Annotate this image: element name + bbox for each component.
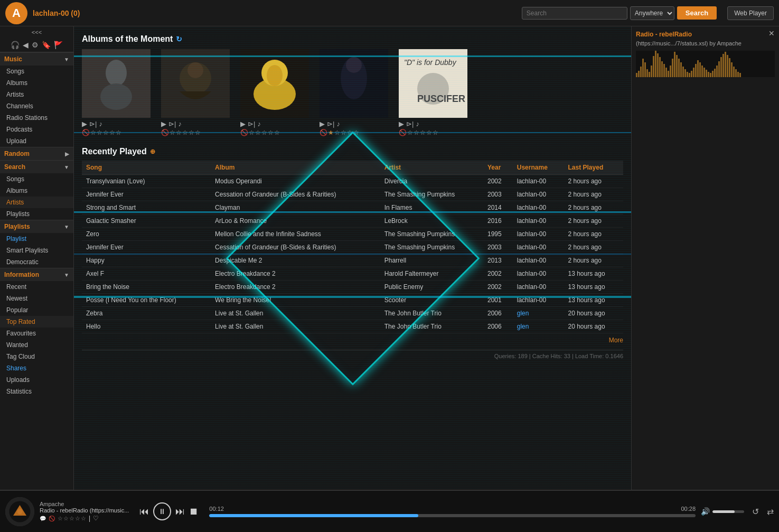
- waveform-bar: [703, 68, 705, 77]
- repeat-icon[interactable]: ↺: [752, 507, 759, 517]
- play-icon-5[interactable]: ▶: [399, 120, 404, 128]
- sidebar-item-uploads[interactable]: Uploads: [0, 374, 73, 386]
- sidebar-item-podcasts[interactable]: Podcasts: [0, 124, 73, 135]
- table-row[interactable]: Transylvanian (Love) Modus Operandi Dive…: [82, 175, 623, 188]
- note-icon-4[interactable]: ♪: [336, 120, 340, 128]
- back-icon[interactable]: ◀: [23, 41, 29, 49]
- play-icon-4[interactable]: ▶: [320, 120, 325, 128]
- album-cover-1[interactable]: [82, 49, 151, 118]
- table-row[interactable]: Zero Mellon Collie and the Infinite Sadn…: [82, 228, 623, 241]
- ban-icon-4[interactable]: 🚫: [320, 129, 327, 136]
- ban-icon-1[interactable]: 🚫: [82, 129, 90, 136]
- ban-icon-5[interactable]: 🚫: [399, 129, 407, 136]
- sidebar-section-random[interactable]: Random ▶: [0, 147, 73, 160]
- sidebar-item-popular[interactable]: Popular: [0, 304, 73, 316]
- queue-icon-1[interactable]: ⊳|: [89, 120, 97, 128]
- table-row[interactable]: Zebra Live at St. Gallen The John Butler…: [82, 307, 623, 320]
- cell-username: lachlan-00: [513, 175, 564, 188]
- ban-player-icon[interactable]: 🚫: [49, 516, 55, 521]
- sidebar-item-favourites[interactable]: Favourites: [0, 328, 73, 339]
- waveform-bar: [684, 69, 686, 77]
- queue-icon-5[interactable]: ⊳|: [406, 120, 414, 128]
- sidebar-item-search-songs[interactable]: Songs: [0, 173, 73, 185]
- sidebar-item-wanted[interactable]: Wanted: [0, 339, 73, 351]
- sidebar-item-newest[interactable]: Newest: [0, 293, 73, 304]
- webplayer-button[interactable]: Web Player: [727, 6, 774, 20]
- cell-song: Transylvanian (Love): [82, 175, 211, 188]
- note-icon-2[interactable]: ♪: [178, 120, 182, 128]
- search-input[interactable]: [522, 7, 627, 20]
- table-row[interactable]: Bring the Noise Electro Breakdance 2 Pub…: [82, 281, 623, 294]
- table-row[interactable]: Strong and Smart Clayman In Flames 2014 …: [82, 201, 623, 214]
- queue-icon-4[interactable]: ⊳|: [327, 120, 334, 128]
- sidebar-item-statistics[interactable]: Statistics: [0, 386, 73, 397]
- table-row[interactable]: Jennifer Ever Cessation of Grandeur (B-S…: [82, 188, 623, 201]
- table-row[interactable]: Jennifer Ever Cessation of Grandeur (B-S…: [82, 241, 623, 254]
- prev-btn[interactable]: ⏮: [139, 506, 149, 517]
- comment-icon[interactable]: 💬: [40, 516, 46, 521]
- play-icon-1[interactable]: ▶: [82, 120, 87, 128]
- queue-icon-3[interactable]: ⊳|: [248, 120, 255, 128]
- sidebar-item-shares[interactable]: Shares: [0, 362, 73, 374]
- sidebar-item-upload[interactable]: Upload: [0, 135, 73, 147]
- sidebar-section-information[interactable]: Information ▼: [0, 268, 73, 281]
- note-icon-3[interactable]: ♪: [257, 120, 261, 128]
- svg-point-6: [187, 62, 203, 78]
- sidebar-item-search-artists[interactable]: Artists: [0, 197, 73, 208]
- stop-btn[interactable]: ⏹: [189, 506, 199, 517]
- album-cover-5[interactable]: "D" is for Dubby PUSCIFER: [399, 49, 467, 118]
- sidebar-collapse-btn[interactable]: <<<: [0, 26, 73, 38]
- gear-icon[interactable]: ⚙: [32, 41, 39, 49]
- album-cover-3[interactable]: [240, 49, 309, 118]
- ban-icon-2[interactable]: 🚫: [161, 129, 169, 136]
- sidebar-item-playlist[interactable]: Playlist: [0, 233, 73, 245]
- album-cover-4[interactable]: [320, 49, 388, 118]
- search-scope-select[interactable]: Anywhere Song Album Artist: [630, 6, 674, 20]
- rss-icon[interactable]: ⊕: [150, 148, 155, 155]
- sidebar-item-tag-cloud[interactable]: Tag Cloud: [0, 351, 73, 362]
- sidebar-item-channels[interactable]: Channels: [0, 100, 73, 112]
- sidebar-item-democratic[interactable]: Democratic: [0, 256, 73, 268]
- main-layout: <<< 🎧 ◀ ⚙ 🔖 🚩 Music ▼ Songs Albums Artis…: [0, 26, 779, 490]
- play-icon-3[interactable]: ▶: [240, 120, 246, 128]
- waveform-bar: [737, 72, 739, 77]
- sidebar-item-albums[interactable]: Albums: [0, 77, 73, 89]
- sidebar-item-smart-playlists[interactable]: Smart Playlists: [0, 245, 73, 256]
- queue-icon-2[interactable]: ⊳|: [168, 120, 176, 128]
- sidebar-section-music[interactable]: Music ▼: [0, 52, 73, 66]
- sidebar-item-songs[interactable]: Songs: [0, 66, 73, 77]
- search-button[interactable]: Search: [677, 6, 717, 20]
- flag-icon[interactable]: 🚩: [54, 41, 63, 49]
- shuffle-icon[interactable]: ⇄: [767, 507, 774, 517]
- note-icon-5[interactable]: ♪: [416, 120, 419, 128]
- sidebar-item-search-playlists[interactable]: Playlists: [0, 208, 73, 220]
- table-row[interactable]: Happy Despicable Me 2 Pharrell 2013 lach…: [82, 254, 623, 267]
- next-btn[interactable]: ⏭: [175, 506, 185, 517]
- table-row[interactable]: Posse (I Need You on the Floor) We Bring…: [82, 294, 623, 307]
- sidebar-item-artists[interactable]: Artists: [0, 89, 73, 100]
- volume-bar[interactable]: [712, 510, 744, 513]
- bookmark-icon[interactable]: 🔖: [42, 41, 51, 49]
- logo[interactable]: A: [5, 2, 27, 24]
- tracks-table: Song Album Artist Year Username Last Pla…: [82, 161, 623, 333]
- sidebar-item-top-rated[interactable]: Top Rated: [0, 316, 73, 328]
- more-link[interactable]: More: [82, 333, 623, 347]
- sidebar-item-search-albums[interactable]: Albums: [0, 185, 73, 197]
- headphones-icon[interactable]: 🎧: [11, 41, 20, 49]
- pause-button[interactable]: ⏸: [153, 502, 171, 520]
- right-panel-close-btn[interactable]: ✕: [768, 29, 775, 38]
- table-row[interactable]: Galactic Smasher ArLoo & Romance LeBrock…: [82, 214, 623, 228]
- heart-icon[interactable]: ♡: [93, 515, 99, 522]
- table-row[interactable]: Hello Live at St. Gallen The John Butler…: [82, 320, 623, 333]
- progress-bar[interactable]: [209, 514, 696, 517]
- note-icon-1[interactable]: ♪: [99, 120, 102, 128]
- album-cover-2[interactable]: [161, 49, 230, 118]
- sidebar-item-recent[interactable]: Recent: [0, 281, 73, 293]
- table-row[interactable]: Axel F Electro Breakdance 2 Harold Falte…: [82, 267, 623, 281]
- refresh-icon[interactable]: ↻: [176, 35, 182, 43]
- play-icon-2[interactable]: ▶: [161, 120, 166, 128]
- sidebar-section-search[interactable]: Search ▼: [0, 160, 73, 173]
- ban-icon-3[interactable]: 🚫: [240, 129, 248, 136]
- sidebar-item-radio-stations[interactable]: Radio Stations: [0, 112, 73, 124]
- sidebar-section-playlists[interactable]: Playlists ▼: [0, 220, 73, 233]
